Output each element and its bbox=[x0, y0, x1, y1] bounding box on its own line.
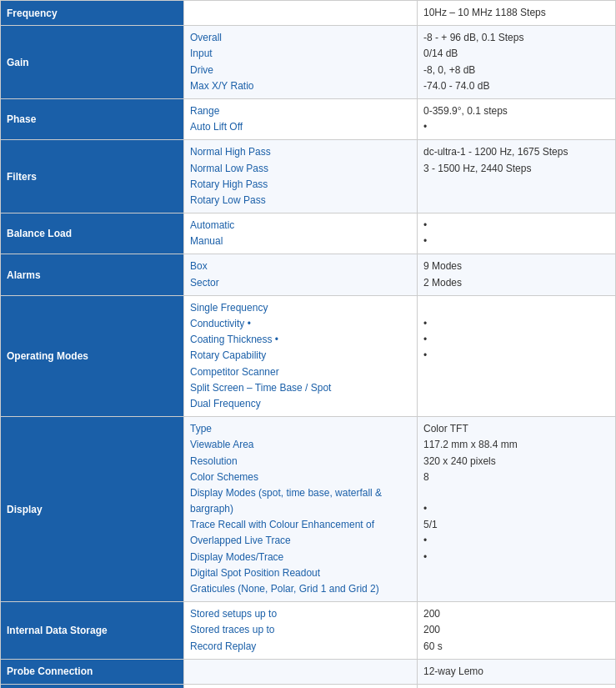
value-item: 9 Modes bbox=[423, 260, 462, 272]
value-item: 2 Modes bbox=[423, 277, 462, 289]
desc-cell-3: Normal High PassNormal Low PassRotary Hi… bbox=[184, 140, 418, 213]
value-item: • bbox=[423, 551, 427, 563]
desc-item: Display Modes (spot, time base, waterfal… bbox=[190, 487, 382, 515]
desc-item: Auto Lift Off bbox=[190, 121, 243, 133]
desc-item: Dual Frequency bbox=[190, 398, 261, 409]
value-item: 12-way Lemo bbox=[423, 665, 483, 677]
desc-cell-0 bbox=[184, 1, 418, 26]
value-item: 200 bbox=[423, 624, 440, 635]
value-item: 0/14 dB bbox=[423, 48, 458, 59]
value-cell-7: Color TFT117.2 mm x 88.4 mm320 x 240 pix… bbox=[418, 417, 616, 602]
desc-item: Display Modes/Trace bbox=[190, 551, 283, 563]
desc-cell-6: Single FrequencyConductivity •Coating Th… bbox=[184, 295, 418, 416]
label-cell-4: Balance Load bbox=[1, 213, 184, 254]
value-item: 3 - 1500 Hz, 2440 Steps bbox=[423, 163, 531, 174]
desc-item: Single Frequency bbox=[190, 302, 268, 314]
label-cell-5: Alarms bbox=[1, 254, 184, 295]
label-cell-2: Phase bbox=[1, 98, 184, 139]
desc-item: Overall bbox=[190, 32, 222, 43]
value-item: • bbox=[423, 349, 427, 361]
desc-item: Digital Spot Position Readout bbox=[190, 567, 320, 579]
desc-item: Drive bbox=[190, 64, 213, 76]
value-cell-5: 9 Modes2 Modes bbox=[418, 254, 616, 295]
desc-item: Rotary Low Pass bbox=[190, 194, 266, 206]
desc-item: Type bbox=[190, 423, 212, 434]
label-cell-10: Outputs bbox=[1, 684, 184, 688]
value-item: dc-ultra-1 - 1200 Hz, 1675 Steps bbox=[423, 146, 568, 158]
desc-cell-5: BoxSector bbox=[184, 254, 418, 295]
desc-item: Normal High Pass bbox=[190, 146, 271, 158]
value-item: • bbox=[423, 121, 427, 133]
desc-item: Max X/Y Ratio bbox=[190, 80, 253, 92]
value-cell-6: ••• bbox=[418, 295, 616, 416]
value-cell-10: USB•• bbox=[418, 684, 616, 688]
desc-item: Rotary High Pass bbox=[190, 178, 268, 190]
desc-item: Input bbox=[190, 48, 213, 59]
value-item: -8 - + 96 dB, 0.1 Steps bbox=[423, 32, 523, 43]
value-cell-1: -8 - + 96 dB, 0.1 Steps0/14 dB-8, 0, +8 … bbox=[418, 26, 616, 99]
label-cell-1: Gain bbox=[1, 26, 184, 99]
label-cell-0: Frequency bbox=[1, 1, 184, 26]
desc-cell-10: PC ConnectivityDigital volt free alarmVG… bbox=[184, 684, 418, 688]
label-cell-3: Filters bbox=[1, 140, 184, 213]
desc-cell-4: AutomaticManual bbox=[184, 213, 418, 254]
value-item: -74.0 - 74.0 dB bbox=[423, 80, 489, 92]
value-cell-9: 12-way Lemo bbox=[418, 659, 616, 684]
value-item: • bbox=[423, 535, 427, 546]
label-cell-6: Operating Modes bbox=[1, 295, 184, 416]
desc-item: Range bbox=[190, 105, 219, 117]
value-cell-0: 10Hz – 10 MHz 1188 Steps bbox=[418, 1, 616, 26]
value-item: 0-359.9°, 0.1 steps bbox=[423, 105, 508, 117]
desc-item: Normal Low Pass bbox=[190, 163, 268, 174]
desc-cell-2: RangeAuto Lift Off bbox=[184, 98, 418, 139]
value-item: 8 bbox=[423, 471, 429, 483]
desc-item: Graticules (None, Polar, Grid 1 and Grid… bbox=[190, 583, 379, 595]
desc-item: Rotary Capability bbox=[190, 349, 266, 361]
value-item: 5/1 bbox=[423, 519, 438, 530]
value-cell-8: 20020060 s bbox=[418, 602, 616, 660]
value-item: 200 bbox=[423, 608, 440, 620]
desc-item: Trace Recall with Colour Enhancement of … bbox=[190, 519, 374, 546]
label-cell-7: Display bbox=[1, 417, 184, 602]
desc-item: Automatic bbox=[190, 219, 234, 231]
desc-item: Coating Thickness • bbox=[190, 334, 278, 345]
value-item: 117.2 mm x 88.4 mm bbox=[423, 439, 518, 450]
desc-item: Color Schemes bbox=[190, 471, 258, 483]
value-item: 10Hz – 10 MHz 1188 Steps bbox=[423, 7, 546, 18]
value-item: • bbox=[423, 318, 427, 329]
desc-item: Sector bbox=[190, 277, 219, 289]
desc-item: Viewable Area bbox=[190, 439, 254, 450]
desc-item: Stored setups up to bbox=[190, 608, 277, 620]
value-item: • bbox=[423, 334, 427, 345]
value-item: -8, 0, +8 dB bbox=[423, 64, 475, 76]
value-item: 320 x 240 pixels bbox=[423, 455, 496, 467]
desc-item: Resolution bbox=[190, 455, 238, 467]
value-item: • bbox=[423, 503, 427, 515]
desc-item: Split Screen – Time Base / Spot bbox=[190, 382, 331, 394]
value-cell-3: dc-ultra-1 - 1200 Hz, 1675 Steps3 - 1500… bbox=[418, 140, 616, 213]
spec-table: Frequency10Hz – 10 MHz 1188 StepsGainOve… bbox=[0, 0, 616, 688]
desc-item: Record Replay bbox=[190, 640, 256, 652]
desc-item: Conductivity • bbox=[190, 318, 251, 329]
desc-item: Competitor Scanner bbox=[190, 366, 279, 378]
label-cell-9: Probe Connection bbox=[1, 659, 184, 684]
desc-cell-8: Stored setups up toStored traces up toRe… bbox=[184, 602, 418, 660]
desc-cell-1: OverallInputDriveMax X/Y Ratio bbox=[184, 26, 418, 99]
desc-cell-7: TypeViewable AreaResolutionColor Schemes… bbox=[184, 417, 418, 602]
value-item: • bbox=[423, 219, 427, 231]
desc-cell-9 bbox=[184, 659, 418, 684]
desc-item: Box bbox=[190, 260, 208, 272]
value-item: • bbox=[423, 235, 427, 247]
value-cell-2: 0-359.9°, 0.1 steps• bbox=[418, 98, 616, 139]
desc-item: Manual bbox=[190, 235, 223, 247]
value-cell-4: •• bbox=[418, 213, 616, 254]
value-item: 60 s bbox=[423, 640, 443, 652]
label-cell-8: Internal Data Storage bbox=[1, 602, 184, 660]
value-item: Color TFT bbox=[423, 423, 468, 434]
desc-item: Stored traces up to bbox=[190, 624, 274, 635]
